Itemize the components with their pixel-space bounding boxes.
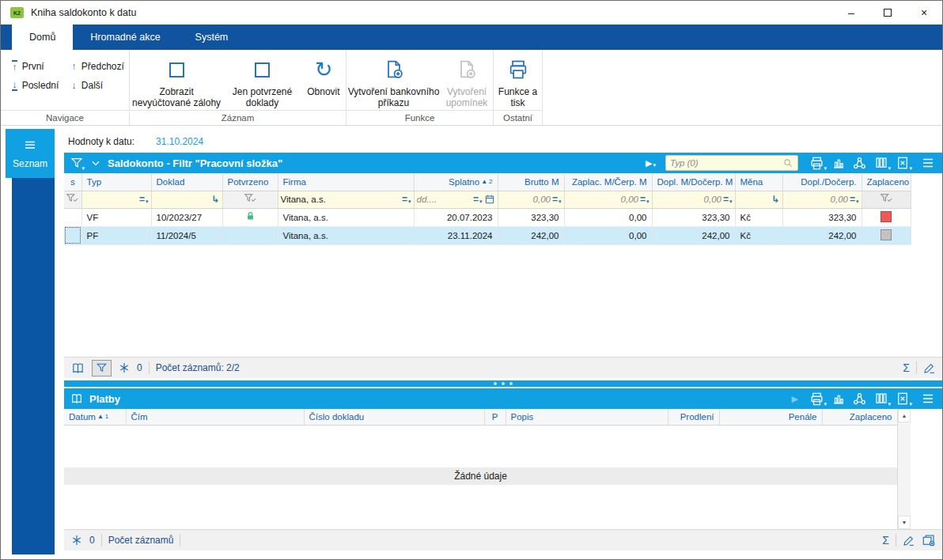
filter-icon (96, 362, 108, 373)
filter-toggle-button[interactable] (92, 360, 112, 376)
col-zaplac-m[interactable]: Zaplac. M/Čerp. M (564, 173, 652, 191)
col-s[interactable]: s (64, 173, 81, 191)
sum-icon[interactable]: Σ (903, 361, 910, 374)
col-p[interactable]: P (484, 409, 506, 425)
functions-print-button[interactable]: Funkce a tisk (495, 50, 541, 108)
edit-pencil-icon[interactable] (923, 361, 936, 374)
search-input[interactable] (670, 158, 782, 168)
col-prodleni[interactable]: Prodlení (668, 409, 719, 425)
lookup-arrow-icon[interactable]: ↳ (771, 194, 779, 205)
new-record-icon[interactable] (922, 533, 936, 547)
group-label-ostatni: Ostatní (494, 110, 542, 125)
col-brutto-m[interactable]: Brutto M (498, 173, 564, 191)
filter-zaplac-input[interactable] (567, 195, 638, 204)
col-doklad[interactable]: Doklad (151, 173, 222, 191)
maximize-button[interactable] (869, 1, 906, 25)
unpaid-indicator (881, 211, 892, 222)
col-popis[interactable]: Popis (506, 409, 668, 425)
values-date[interactable]: 31.10.2024 (156, 136, 203, 147)
snowflake-icon[interactable] (118, 361, 131, 374)
sidebar-item-seznam[interactable]: Seznam (6, 129, 55, 178)
filter-icon[interactable]: ▾ (70, 155, 84, 171)
edit-pencil-icon[interactable] (903, 534, 915, 547)
filter-brutto-input[interactable] (501, 195, 551, 204)
scroll-up-button[interactable]: ▲ (898, 409, 911, 422)
col-firma[interactable]: Firma (278, 173, 414, 191)
chart-icon[interactable] (829, 391, 847, 407)
hamburger-icon (21, 138, 39, 153)
filter-operator-icon[interactable]: =▾ (640, 195, 649, 204)
col-cislo-dokladu[interactable]: Číslo dokladu (304, 409, 484, 425)
create-bank-order-button[interactable]: Vytvoření bankovního příkazu (347, 50, 441, 108)
tab-domu[interactable]: Domů (12, 25, 73, 50)
filter-dopl-input[interactable] (786, 195, 848, 204)
last-button[interactable]: ↓Poslední (12, 77, 59, 93)
col-potvrzeno[interactable]: Potvrzeno (222, 173, 278, 191)
print-icon[interactable]: ▾ (808, 391, 826, 407)
filter-splatno-input[interactable] (417, 195, 472, 204)
platby-grid: Datum▲1 Čím Číslo dokladu P Popis Prodle… (64, 409, 942, 529)
filter-operator-icon[interactable]: =▾ (552, 195, 562, 204)
filter-operator-icon[interactable]: =▾ (723, 195, 733, 204)
close-button[interactable]: × (906, 1, 942, 25)
window-title: Kniha saldokonto k datu (31, 7, 136, 18)
show-unbilled-checkbox-button[interactable]: Zobrazit nevyúčtované zálohy (130, 50, 223, 108)
chevron-down-icon[interactable] (89, 155, 102, 171)
filter-operator-icon[interactable]: =▾ (139, 195, 149, 204)
snowflake-icon[interactable] (70, 534, 83, 547)
filter-s[interactable] (64, 191, 81, 208)
chart-icon[interactable] (829, 155, 847, 171)
previous-button[interactable]: ↑Předchozí (71, 58, 124, 74)
only-confirmed-checkbox-button[interactable]: Jen potvrzené doklady (223, 50, 301, 108)
calendar-icon[interactable] (484, 194, 495, 205)
filter-operator-icon[interactable]: =▾ (402, 195, 411, 204)
filter-doklad-input[interactable] (154, 195, 210, 204)
table-row[interactable]: VF 10/2023/27 Vitana, a.s. 20.07.2023 32… (64, 208, 911, 226)
col-typ[interactable]: Typ (81, 173, 151, 191)
filter-operator-icon[interactable]: =▾ (473, 195, 483, 204)
lookup-arrow-icon[interactable]: ↳ (211, 194, 219, 205)
menu-icon[interactable] (918, 155, 937, 171)
columns-icon[interactable]: ▾ (872, 155, 890, 171)
columns-icon[interactable]: ▾ (872, 391, 890, 407)
scroll-down-button[interactable]: ▼ (898, 516, 911, 529)
filter-potvrzeno[interactable] (222, 191, 278, 208)
filter-zaplaceno[interactable] (862, 191, 911, 208)
vertical-scrollbar[interactable]: ▲ ▼ (897, 409, 911, 529)
book-icon[interactable] (70, 361, 85, 375)
col-datum[interactable]: Datum▲1 (64, 409, 126, 425)
excel-export-icon[interactable]: ▾ (893, 391, 911, 407)
tab-system[interactable]: Systém (178, 25, 246, 50)
col-mena[interactable]: Měna (735, 173, 782, 191)
excel-export-icon[interactable]: ▾ (893, 155, 911, 171)
next-button[interactable]: ↓Další (71, 77, 124, 93)
first-button[interactable]: ↑První (12, 58, 59, 74)
print-icon[interactable]: ▾ (808, 155, 826, 171)
ribbon-group-funkce: Vytvoření bankovního příkazu Vytvoření u… (347, 50, 494, 125)
col-zaplaceno[interactable]: Zaplaceno (822, 409, 897, 425)
col-zaplaceno[interactable]: Zaplaceno (862, 173, 911, 191)
col-cim[interactable]: Čím (126, 409, 304, 425)
minimize-button[interactable]: – (833, 1, 869, 25)
platby-panel: Platby ▶ ▾ ▾ ▾ Datum▲1 (64, 388, 942, 551)
col-splatno[interactable]: Splatno▲2 (414, 173, 498, 191)
refresh-button[interactable]: ↻ Obnovit (301, 50, 346, 97)
play-button[interactable]: ▶▾ (646, 158, 656, 168)
workflow-icon[interactable] (850, 155, 869, 171)
filter-typ-input[interactable] (85, 195, 138, 204)
group-label-zaznam: Záznam (130, 110, 346, 125)
col-dopl[interactable]: Dopl./Dočerp. (782, 173, 862, 191)
filter-dopl-m-input[interactable] (655, 195, 721, 204)
panel-splitter[interactable] (64, 380, 942, 387)
tab-hromadne-akce[interactable]: Hromadné akce (73, 25, 177, 50)
workflow-icon[interactable] (850, 391, 869, 407)
sum-icon[interactable]: Σ (882, 534, 889, 547)
ribbon-group-zaznam: Zobrazit nevyúčtované zálohy Jen potvrze… (130, 50, 347, 125)
col-dopl-m[interactable]: Dopl. M/Dočerp. M (652, 173, 735, 191)
col-penale[interactable]: Penále (719, 409, 822, 425)
filter-firma-input[interactable] (281, 195, 400, 204)
filter-operator-icon[interactable]: =▾ (850, 195, 859, 204)
filter-doklad: ↳ (151, 191, 222, 208)
menu-icon[interactable] (918, 391, 937, 407)
table-row-selected[interactable]: PF 11/2024/5 Vitana, a.s. 23.11.2024 242… (64, 226, 911, 244)
